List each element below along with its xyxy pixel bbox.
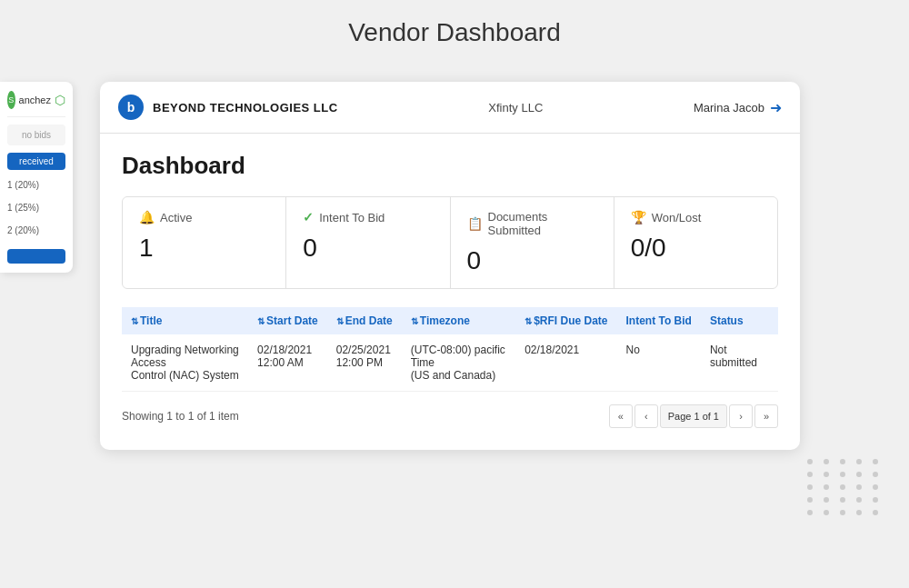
docs-value: 0 — [467, 246, 597, 275]
col-timezone[interactable]: ⇅Timezone — [402, 307, 515, 334]
cell-end-date: 02/25/2021 12:00 PM — [327, 334, 402, 392]
wonlost-icon: 🏆 — [631, 210, 646, 224]
active-icon: 🔔 — [139, 210, 155, 224]
brand-section: b BEYOND TECHNOLOGIES LLC — [118, 95, 338, 120]
sidebar-username: anchez — [19, 95, 51, 105]
stat-card-docs: 📋 Documents Submitted 0 — [451, 197, 614, 288]
active-label: Active — [160, 211, 192, 224]
docs-icon: 📋 — [467, 216, 483, 231]
header-username: Marina Jacob — [694, 101, 764, 115]
brand-logo-letter: b — [127, 100, 135, 115]
wonlost-value: 0/0 — [631, 234, 761, 263]
stat-header-docs: 📋 Documents Submitted — [467, 210, 597, 237]
card-header: b BEYOND TECHNOLOGIES LLC Xfinty LLC Mar… — [100, 82, 800, 134]
sidebar-user: S anchez ⬡ — [7, 91, 65, 117]
brand-logo: b — [118, 95, 144, 120]
user-avatar-icon: S — [7, 91, 15, 109]
docs-label: Documents Submitted — [488, 210, 597, 237]
cell-rfi-due: 02/18/2021 — [515, 334, 616, 392]
stat-card-active: 🔔 Active 1 — [123, 197, 286, 288]
pagination: « ‹ Page 1 of 1 › » — [609, 404, 778, 428]
sidebar-pct-3: 2 (20%) — [7, 223, 65, 238]
brand-name: BEYOND TECHNOLOGIES LLC — [153, 101, 338, 115]
stat-header-active: 🔔 Active — [139, 210, 269, 224]
data-table: ⇅Title ⇅Start Date ⇅End Date ⇅Timezone ⇅… — [122, 307, 778, 392]
cell-timezone: (UTC-08:00) pacific Time (US and Canada) — [402, 334, 515, 392]
card-body: Dashboard 🔔 Active 1 ✓ Intent To Bid 0 — [100, 134, 800, 450]
cell-status: Not submitted — [701, 334, 778, 392]
stat-card-intent: ✓ Intent To Bid 0 — [286, 197, 450, 288]
logout-icon[interactable]: ➜ — [770, 99, 782, 116]
table-footer: Showing 1 to 1 of 1 item « ‹ Page 1 of 1… — [122, 392, 778, 432]
intent-label: Intent To Bid — [319, 211, 385, 224]
showing-text: Showing 1 to 1 of 1 item — [122, 410, 239, 423]
page-last-button[interactable]: » — [754, 404, 778, 428]
col-title[interactable]: ⇅Title — [122, 307, 248, 334]
col-intent: Intent To Bid — [617, 307, 701, 334]
page-prev-button[interactable]: ‹ — [634, 404, 658, 428]
cell-start-date: 02/18/2021 12:00 AM — [248, 334, 327, 392]
page-next-button[interactable]: › — [729, 404, 753, 428]
intent-value: 0 — [303, 234, 433, 263]
main-card: b BEYOND TECHNOLOGIES LLC Xfinty LLC Mar… — [100, 82, 800, 450]
col-status: Status — [701, 307, 778, 334]
dots-decoration — [807, 459, 882, 515]
col-end-date[interactable]: ⇅End Date — [327, 307, 402, 334]
sidebar-pct-2: 1 (25%) — [7, 200, 65, 215]
table-row: Upgrading Networking Access Control (NAC… — [122, 334, 778, 392]
intent-icon: ✓ — [303, 210, 314, 224]
sidebar-received-badge[interactable]: received — [7, 153, 65, 170]
dashboard-title: Dashboard — [122, 152, 778, 180]
stat-header-intent: ✓ Intent To Bid — [303, 210, 433, 224]
table-header-row: ⇅Title ⇅Start Date ⇅End Date ⇅Timezone ⇅… — [122, 307, 778, 334]
stat-card-wonlost: 🏆 Won/Lost 0/0 — [614, 197, 777, 288]
stats-row: 🔔 Active 1 ✓ Intent To Bid 0 📋 Documents… — [122, 196, 778, 289]
page-first-button[interactable]: « — [609, 404, 633, 428]
page-current: Page 1 of 1 — [660, 404, 727, 428]
page-title: Vendor Dashboard — [0, 0, 909, 60]
col-start-date[interactable]: ⇅Start Date — [248, 307, 327, 334]
cell-intent: No — [617, 334, 701, 392]
sidebar-pct-1: 1 (20%) — [7, 177, 65, 193]
wonlost-label: Won/Lost — [652, 211, 702, 224]
header-user: Marina Jacob ➜ — [694, 99, 782, 116]
sidebar-snippet: S anchez ⬡ no bids received 1 (20%) 1 (2… — [0, 82, 73, 273]
sidebar-no-bids: no bids — [7, 125, 65, 145]
cell-title: Upgrading Networking Access Control (NAC… — [122, 334, 248, 392]
header-company: Xfinty LLC — [488, 101, 543, 115]
active-value: 1 — [139, 234, 269, 263]
sidebar-bottom-button[interactable] — [7, 249, 65, 264]
col-rfi-due[interactable]: ⇅$RFI Due Date — [515, 307, 616, 334]
stat-header-wonlost: 🏆 Won/Lost — [631, 210, 761, 224]
sidebar-user-icon: ⬡ — [55, 93, 65, 107]
